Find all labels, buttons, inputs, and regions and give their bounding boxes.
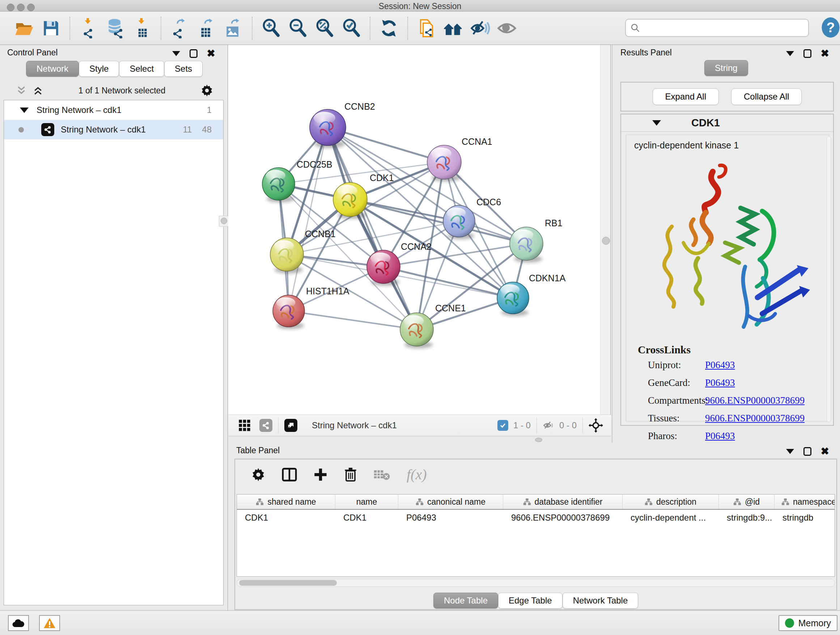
- expand-all-networks-icon[interactable]: [33, 85, 43, 96]
- splitter-handle[interactable]: [535, 438, 542, 442]
- zoom-fit-content-button[interactable]: [311, 15, 338, 41]
- save-session-button[interactable]: [38, 15, 65, 41]
- network-node-CCNB1[interactable]: CCNB1: [270, 229, 336, 273]
- export-table-to-file-button[interactable]: [193, 15, 220, 41]
- export-image-button[interactable]: [220, 15, 247, 41]
- grid-view-icon[interactable]: [238, 419, 251, 432]
- network-node-CCNE1[interactable]: CCNE1: [400, 303, 466, 348]
- svg-text:?: ?: [826, 20, 835, 35]
- network-node-CCNA1[interactable]: CCNA1: [427, 136, 493, 182]
- table-options-gear-icon[interactable]: [251, 467, 265, 482]
- network-node-CDKN1A[interactable]: CDKN1A: [497, 273, 566, 316]
- column-header-database-identifier[interactable]: database identifier: [503, 494, 622, 509]
- column-header-name[interactable]: name: [335, 494, 398, 509]
- warning-icon: [43, 618, 56, 629]
- tab-network[interactable]: Network: [26, 61, 79, 77]
- show-results-panel-button[interactable]: [493, 15, 520, 41]
- cell-name[interactable]: CDK1: [335, 513, 398, 523]
- tab-sets[interactable]: Sets: [164, 61, 202, 77]
- search-input[interactable]: [640, 23, 808, 33]
- close-panel-icon[interactable]: ✖: [821, 49, 829, 58]
- pan-crosshair-icon[interactable]: [589, 418, 603, 432]
- column-header-canonical-name[interactable]: canonical name: [398, 494, 503, 509]
- collapse-all-button[interactable]: Collapse All: [731, 88, 802, 105]
- export-network-to-file-button[interactable]: [166, 15, 193, 41]
- node-table[interactable]: shared namenamecanonical namedatabase id…: [237, 494, 835, 577]
- memory-button[interactable]: Memory: [778, 615, 837, 631]
- network-node-CDC25B[interactable]: CDC25B: [262, 159, 332, 203]
- collapse-section-icon[interactable]: [652, 120, 661, 126]
- float-panel-icon[interactable]: [172, 51, 180, 56]
- table-horizontal-scrollbar[interactable]: [237, 579, 835, 587]
- network-row-selected[interactable]: String Network – cdk1 11 48: [4, 120, 223, 139]
- close-panel-icon[interactable]: ✖: [821, 447, 829, 456]
- maximize-panel-icon[interactable]: [804, 49, 812, 58]
- column-header-description[interactable]: description: [622, 494, 719, 509]
- duplicate-network-button[interactable]: [413, 15, 440, 41]
- string-home-button[interactable]: [440, 15, 467, 41]
- collection-name: String Network – cdk1: [36, 105, 122, 115]
- tab-network-table[interactable]: Network Table: [562, 593, 638, 608]
- maximize-panel-icon[interactable]: [189, 49, 197, 58]
- tab-style[interactable]: Style: [79, 61, 119, 77]
- import-network-from-file-button[interactable]: [75, 15, 102, 41]
- cloud-status-button[interactable]: [8, 615, 29, 631]
- show-columns-icon[interactable]: [281, 467, 297, 482]
- network-options-gear-icon[interactable]: [201, 84, 213, 97]
- tab-string[interactable]: String: [704, 60, 748, 76]
- apply-layout-button[interactable]: [376, 15, 402, 41]
- crosslink-link[interactable]: 9606.ENSP00000378699: [705, 395, 805, 406]
- crosslink-link[interactable]: P06493: [705, 359, 735, 371]
- search-field[interactable]: [625, 19, 809, 37]
- hide-results-panel-button[interactable]: [467, 15, 493, 41]
- close-panel-icon[interactable]: ✖: [207, 49, 215, 58]
- zoom-selected-button[interactable]: [338, 15, 365, 41]
- tab-edge-table[interactable]: Edge Table: [498, 593, 562, 608]
- network-node-RB1[interactable]: RB1: [510, 218, 562, 263]
- birds-eye-view-icon[interactable]: [284, 419, 297, 432]
- cell-namespace[interactable]: stringdb: [775, 513, 835, 523]
- crosslink-link[interactable]: P06493: [705, 431, 735, 442]
- results-splitter[interactable]: [600, 45, 611, 415]
- expand-all-button[interactable]: Expand All: [653, 88, 719, 105]
- network-collection-row[interactable]: String Network – cdk1 1: [4, 100, 223, 120]
- column-header-namespace[interactable]: namespace: [775, 494, 835, 509]
- collection-expander-icon[interactable]: [20, 108, 28, 113]
- float-panel-icon[interactable]: [786, 51, 794, 56]
- cell-canonical-name[interactable]: P06493: [398, 513, 503, 523]
- network-type-toggle-icon[interactable]: [259, 419, 272, 432]
- network-node-HIST1H1A[interactable]: HIST1H1A: [273, 286, 349, 329]
- open-session-button[interactable]: [11, 15, 38, 41]
- tab-select[interactable]: Select: [119, 61, 164, 77]
- crosslink-link[interactable]: 9606.ENSP00000378699: [705, 413, 805, 424]
- collapse-all-networks-icon[interactable]: [16, 85, 27, 96]
- node-label-CCNA1: CCNA1: [462, 136, 493, 147]
- float-panel-icon[interactable]: [786, 449, 794, 454]
- column-header-shared-name[interactable]: shared name: [237, 494, 335, 509]
- warnings-button[interactable]: [39, 615, 60, 631]
- delete-column-icon[interactable]: [344, 467, 357, 482]
- add-column-icon[interactable]: [313, 467, 328, 482]
- crosslink-link[interactable]: P06493: [705, 377, 735, 388]
- tab-node-table[interactable]: Node Table: [433, 593, 498, 608]
- zoom-out-button[interactable]: [284, 15, 311, 41]
- table-row[interactable]: CDK1CDK1P064939606.ENSP00000378699cyclin…: [237, 510, 835, 526]
- import-table-from-file-button[interactable]: [129, 15, 156, 41]
- cell--id[interactable]: stringdb:9...: [719, 513, 775, 523]
- cell-description[interactable]: cyclin-dependent ...: [622, 513, 719, 523]
- selected-nodes-checkbox[interactable]: [497, 420, 508, 431]
- network-node-count: 11: [183, 125, 192, 135]
- zoom-in-button[interactable]: [257, 15, 284, 41]
- node-label-CCNB1: CCNB1: [305, 229, 336, 239]
- cell-database-identifier[interactable]: 9606.ENSP00000378699: [503, 513, 622, 523]
- column-header--id[interactable]: @id: [719, 494, 775, 509]
- maximize-panel-icon[interactable]: [804, 447, 812, 456]
- left-splitter-handle[interactable]: [219, 216, 229, 226]
- help-button[interactable]: ?: [821, 17, 840, 38]
- network-node-CDK1[interactable]: CDK1: [333, 173, 394, 219]
- cell-shared-name[interactable]: CDK1: [237, 513, 335, 523]
- results-scrollbar[interactable]: [827, 136, 831, 422]
- network-canvas[interactable]: CCNB2 CCNA1 CDC25B CDK1 CDC6: [228, 45, 611, 415]
- import-network-from-database-button[interactable]: [102, 15, 129, 41]
- splitter-handle[interactable]: [602, 237, 610, 245]
